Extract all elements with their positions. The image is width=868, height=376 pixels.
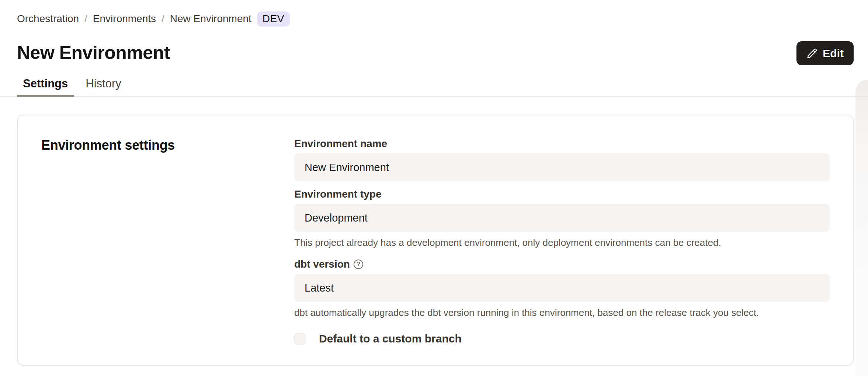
section-heading: Environment settings bbox=[41, 137, 294, 153]
tab-settings[interactable]: Settings bbox=[17, 77, 74, 96]
tab-history[interactable]: History bbox=[80, 77, 127, 96]
card-left-column: Environment settings bbox=[18, 115, 294, 365]
breadcrumb-separator: / bbox=[162, 13, 164, 25]
tab-bar: Settings History bbox=[0, 77, 868, 97]
page-header: Orchestration / Environments / New Envir… bbox=[0, 11, 868, 97]
dbt-version-helper-text: dbt automatically upgrades the dbt versi… bbox=[294, 307, 830, 318]
dbt-version-label: dbt version ? bbox=[294, 258, 830, 271]
tab-history-label: History bbox=[86, 77, 121, 90]
environment-type-input[interactable]: Development bbox=[294, 204, 830, 232]
environment-name-input[interactable]: New Environment bbox=[294, 153, 830, 181]
environment-name-field: Environment name New Environment bbox=[294, 137, 830, 181]
custom-branch-row: Default to a custom branch bbox=[294, 333, 830, 345]
dbt-version-value: Latest bbox=[305, 282, 334, 294]
environment-name-label-text: Environment name bbox=[294, 137, 387, 150]
dbt-version-input[interactable]: Latest bbox=[294, 274, 830, 302]
title-row: New Environment Edit bbox=[17, 41, 854, 65]
breadcrumb-item-environments[interactable]: Environments bbox=[93, 13, 156, 25]
page: Orchestration / Environments / New Envir… bbox=[0, 0, 868, 376]
dbt-version-field: dbt version ? Latest dbt automatically u… bbox=[294, 258, 830, 318]
pencil-icon bbox=[806, 48, 817, 59]
environment-settings-card: Environment settings Environment name Ne… bbox=[17, 115, 854, 366]
edit-button-label: Edit bbox=[823, 47, 844, 60]
edit-button[interactable]: Edit bbox=[796, 41, 854, 65]
env-dev-badge: DEV bbox=[257, 11, 290, 27]
breadcrumb-separator: / bbox=[84, 13, 87, 25]
page-title: New Environment bbox=[17, 41, 170, 64]
environment-type-label: Environment type bbox=[294, 188, 830, 201]
environment-name-label: Environment name bbox=[294, 137, 830, 150]
tab-settings-label: Settings bbox=[23, 77, 68, 90]
custom-branch-label: Default to a custom branch bbox=[319, 333, 462, 345]
card-form-column: Environment name New Environment Environ… bbox=[294, 115, 853, 365]
environment-type-field: Environment type Development This projec… bbox=[294, 188, 830, 248]
environment-type-value: Development bbox=[305, 212, 368, 224]
breadcrumb-item-new-environment[interactable]: New Environment bbox=[170, 13, 251, 25]
breadcrumb-item-orchestration[interactable]: Orchestration bbox=[17, 13, 79, 25]
dbt-version-label-text: dbt version bbox=[294, 258, 350, 271]
help-icon[interactable]: ? bbox=[354, 260, 363, 269]
environment-type-label-text: Environment type bbox=[294, 188, 381, 201]
environment-type-helper-text: This project already has a development e… bbox=[294, 237, 830, 248]
breadcrumb: Orchestration / Environments / New Envir… bbox=[17, 11, 854, 27]
custom-branch-checkbox[interactable] bbox=[294, 333, 306, 345]
environment-name-value: New Environment bbox=[305, 161, 389, 174]
